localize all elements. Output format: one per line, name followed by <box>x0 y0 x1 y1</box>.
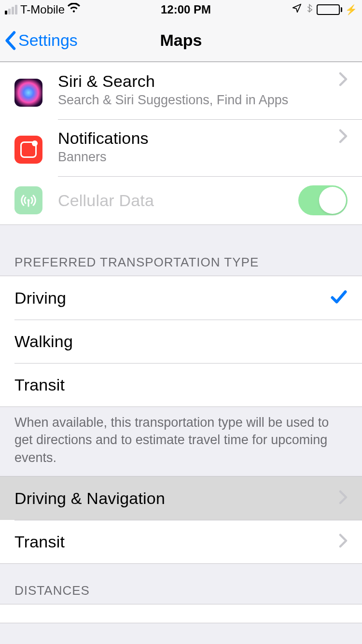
charging-icon: ⚡ <box>345 4 357 15</box>
driving-navigation-cell[interactable]: Driving & Navigation <box>0 476 362 520</box>
siri-icon <box>14 79 42 107</box>
siri-search-cell[interactable]: Siri & Search Search & Siri Suggestions,… <box>0 62 362 119</box>
battery-icon <box>317 4 342 15</box>
cellular-icon <box>14 186 42 214</box>
chevron-right-icon <box>339 490 348 506</box>
notifications-subtitle: Banners <box>58 150 339 165</box>
cellular-title: Cellular Data <box>58 191 298 210</box>
transit-settings-cell[interactable]: Transit <box>0 520 362 563</box>
back-button[interactable]: Settings <box>0 31 78 50</box>
checkmark-icon <box>330 290 348 306</box>
notifications-title: Notifications <box>58 129 339 148</box>
transport-option-driving[interactable]: Driving <box>0 276 362 320</box>
wifi-icon <box>68 3 80 16</box>
status-bar: T-Mobile 12:00 PM ⚡ <box>0 0 362 19</box>
section-header-distances: DISTANCES <box>0 564 362 604</box>
cellular-toggle[interactable] <box>298 185 348 215</box>
transport-label: Driving <box>14 289 330 308</box>
transport-option-transit[interactable]: Transit <box>0 363 362 406</box>
notifications-cell[interactable]: Notifications Banners <box>0 119 362 176</box>
transit-settings-label: Transit <box>14 532 339 551</box>
section-header-transport: PREFERRED TRANSPORTATION TYPE <box>0 225 362 276</box>
chevron-right-icon <box>339 533 348 550</box>
chevron-right-icon <box>339 129 348 145</box>
bluetooth-icon <box>305 2 314 17</box>
nav-bar: Settings Maps <box>0 19 362 62</box>
transport-option-walking[interactable]: Walking <box>0 320 362 363</box>
back-label: Settings <box>18 31 78 50</box>
siri-title: Siri & Search <box>58 72 339 91</box>
carrier-label: T-Mobile <box>20 3 65 16</box>
transport-label: Transit <box>14 376 348 394</box>
cellular-signal-icon <box>5 5 17 14</box>
location-icon <box>292 3 302 16</box>
section-footer-transport: When available, this transportation type… <box>0 407 362 476</box>
transport-label: Walking <box>14 332 348 351</box>
cellular-data-cell[interactable]: Cellular Data <box>0 176 362 224</box>
notifications-icon <box>14 136 42 164</box>
chevron-right-icon <box>339 72 348 88</box>
driving-navigation-label: Driving & Navigation <box>14 489 339 508</box>
siri-subtitle: Search & Siri Suggestions, Find in Apps <box>58 93 339 108</box>
clock-label: 12:00 PM <box>161 3 211 16</box>
